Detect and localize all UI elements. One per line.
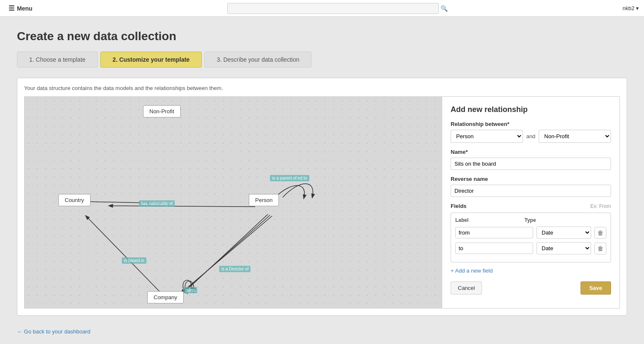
user-menu[interactable]: nkb2 ▾ — [622, 5, 639, 11]
fields-header: Fields Ex: From — [451, 203, 611, 209]
field-label-from[interactable] — [455, 227, 533, 238]
col-header-del — [594, 217, 606, 223]
delete-field-to[interactable]: 🗑 — [594, 243, 606, 254]
rel-between-row: Person Non-Profit Country Company and No… — [451, 130, 611, 143]
panel-title: Add new relationship — [451, 105, 611, 114]
right-panel: Add new relationship Relationship betwee… — [442, 97, 619, 308]
search-button[interactable]: 🔍 — [440, 5, 448, 12]
menu-label: Menu — [17, 5, 33, 12]
rel-has-nationality[interactable]: has nationality of — [139, 200, 175, 207]
svg-line-2 — [185, 214, 268, 291]
node-company[interactable]: Company — [147, 291, 184, 303]
field-type-from[interactable]: Date Text Number Boolean — [537, 227, 591, 239]
top-nav: ☰ Menu 🔍 nkb2 ▾ — [0, 0, 644, 17]
name-group: Name* — [451, 149, 611, 170]
name-label: Name* — [451, 149, 611, 155]
fields-title: Fields — [451, 203, 467, 209]
entity1-select[interactable]: Person Non-Profit Country Company — [451, 130, 523, 143]
content-split: Non-Profit Country Person Company has na… — [24, 96, 620, 309]
svg-line-1 — [109, 206, 255, 207]
svg-line-5 — [86, 216, 164, 296]
node-nonprofit[interactable]: Non-Profit — [143, 105, 181, 117]
reverse-name-label: Reverse name — [451, 176, 611, 182]
field-row-to: Date Text Number Boolean 🗑 — [455, 242, 606, 254]
node-country[interactable]: Country — [58, 194, 91, 206]
svg-line-3 — [183, 215, 270, 292]
hamburger-icon: ☰ — [8, 4, 14, 12]
cancel-button[interactable]: Cancel — [451, 281, 482, 295]
add-field-button[interactable]: + Add a new field — [451, 267, 493, 275]
col-header-label: Label — [455, 217, 521, 223]
menu-button[interactable]: ☰ Menu — [5, 3, 36, 14]
steps-container: 1. Choose a template 2. Customize your t… — [17, 52, 627, 68]
collection-area: Your data structure contains the data mo… — [17, 78, 627, 316]
relationship-between-group: Relationship between* Person Non-Profit … — [451, 121, 611, 143]
rel-is-parent[interactable]: is a parent of ed to — [270, 175, 309, 181]
rel-is-director-of[interactable]: is a Director of — [219, 266, 250, 272]
delete-field-from[interactable]: 🗑 — [594, 227, 606, 239]
collection-description: Your data structure contains the data mo… — [24, 85, 620, 91]
step-3[interactable]: 3. Describe your data collection — [204, 52, 311, 68]
reverse-name-input[interactable] — [451, 185, 611, 197]
node-person[interactable]: Person — [249, 194, 279, 206]
graph-area[interactable]: Non-Profit Country Person Company has na… — [25, 97, 442, 308]
field-row-from: Date Text Number Boolean 🗑 — [455, 227, 606, 239]
field-type-to[interactable]: Date Text Number Boolean — [537, 242, 591, 254]
search-container: 🔍 — [36, 3, 639, 14]
fields-group: Fields Ex: From Label Type — [451, 203, 611, 275]
step-2[interactable]: 2. Customize your template — [100, 52, 202, 68]
relationship-between-label: Relationship between* — [451, 121, 611, 127]
and-text: and — [526, 133, 536, 139]
search-input[interactable] — [227, 3, 439, 14]
panel-footer: Cancel Save — [451, 281, 611, 295]
save-button[interactable]: Save — [581, 281, 611, 295]
rel-owns[interactable]: owns — [183, 287, 197, 293]
fields-table-header: Label Type — [455, 217, 606, 223]
name-input[interactable] — [451, 158, 611, 170]
entity2-select[interactable]: Non-Profit Person Country Company — [539, 130, 611, 143]
reverse-name-group: Reverse name — [451, 176, 611, 197]
rel-is-based-in[interactable]: is based in — [122, 257, 146, 264]
col-header-type: Type — [525, 217, 591, 223]
step-1[interactable]: 1. Choose a template — [17, 52, 98, 68]
main-content: Create a new data collection 1. Choose a… — [0, 17, 644, 344]
svg-line-4 — [181, 216, 272, 293]
fields-table: Label Type Date Text Number Boolean — [451, 213, 611, 262]
back-link[interactable]: ← Go back to your dashboard — [17, 328, 90, 335]
field-label-to[interactable] — [455, 243, 533, 254]
ex-from: Ex: From — [590, 203, 611, 209]
page-title: Create a new data collection — [17, 30, 627, 43]
